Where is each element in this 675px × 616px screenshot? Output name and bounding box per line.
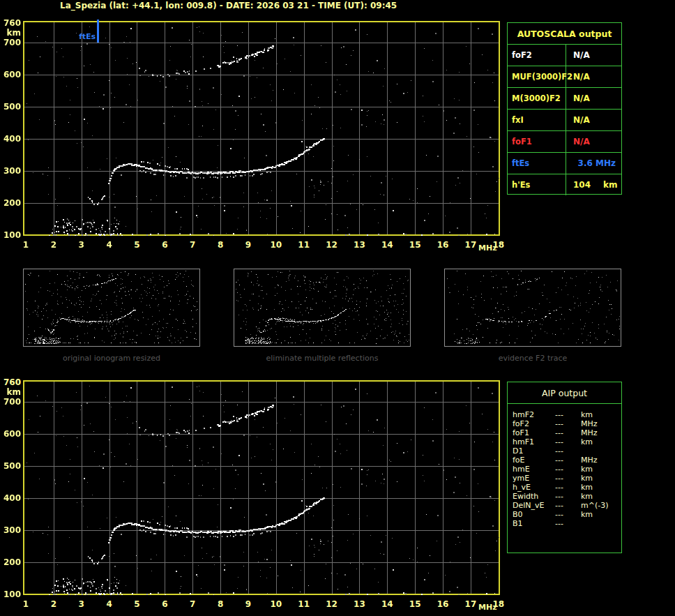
- autoscala-row-label: foF1: [508, 131, 566, 152]
- aip-parameter-name: ymE: [508, 474, 555, 483]
- page-title: La_Spezia (lat: +44.1, lon: 009.8) - DAT…: [60, 1, 397, 10]
- aip-parameter-value: ---: [555, 446, 581, 456]
- unit-label: km: [603, 180, 617, 190]
- aip-parameter-unit: m^(-3): [581, 501, 621, 510]
- aip-parameter-value: ---: [555, 419, 581, 428]
- autoscala-row-value: N/A: [566, 110, 621, 130]
- y-tick-label: 600: [0, 70, 21, 80]
- aip-parameter-name: DelN_vE: [508, 501, 555, 510]
- aip-parameter-value: ---: [555, 519, 581, 528]
- x-tick-label: 13: [350, 240, 368, 250]
- aip-parameter-name: foF2: [508, 419, 555, 428]
- aip-parameter-unit: MHz: [581, 428, 621, 437]
- autoscala-row-value: 104km: [566, 174, 621, 195]
- x-tick-label: 6: [156, 599, 174, 609]
- aip-parameter-name: hmF1: [508, 437, 555, 446]
- aip-parameter-value: ---: [555, 474, 581, 483]
- aip-row: h_vE---km: [508, 483, 621, 492]
- aip-parameter-name: foF1: [508, 428, 555, 437]
- aip-parameter-unit: MHz: [581, 419, 621, 428]
- y-tick-label: 200: [0, 557, 21, 567]
- autoscala-row-fof2: foF2 N/A: [508, 44, 621, 66]
- aip-row: hmF2---km: [508, 410, 621, 419]
- y-tick-label: 500: [0, 461, 21, 471]
- aip-row: hmF1---km: [508, 437, 621, 446]
- y-tick-label: 200: [0, 198, 21, 208]
- x-tick-label: 2: [45, 599, 63, 609]
- y-tick-label: 400: [0, 493, 21, 503]
- aip-table-header: AIP output: [508, 382, 621, 404]
- aip-parameter-unit: km: [581, 483, 621, 492]
- aip-row: B1---: [508, 519, 621, 528]
- aip-parameter-name: D1: [508, 446, 555, 456]
- x-tick-label: 6: [156, 240, 174, 250]
- autoscala-row-fxi: fxI N/A: [508, 109, 621, 130]
- autoscala-row-ftes: ftEs 3.6 MHz: [508, 152, 621, 174]
- autoscala-row-label: ftEs: [508, 153, 566, 174]
- aip-row: foE---MHz: [508, 456, 621, 465]
- x-tick-label: 9: [239, 599, 257, 609]
- aip-parameter-value: ---: [555, 410, 581, 419]
- x-tick-label: 17: [462, 240, 480, 250]
- x-tick-label: 16: [434, 599, 452, 609]
- aip-row: B0---km: [508, 510, 621, 519]
- x-tick-label: 10: [267, 240, 285, 250]
- aip-parameter-name: hmF2: [508, 410, 555, 419]
- autoscala-row-value: N/A: [566, 88, 621, 109]
- autoscala-row-hes: h'Es 104km: [508, 174, 621, 195]
- autoscala-row-label: fxI: [508, 110, 566, 130]
- x-tick-label: 13: [350, 599, 368, 609]
- aip-parameter-name: Ewidth: [508, 492, 555, 501]
- aip-parameter-value: ---: [555, 465, 581, 474]
- panel-eliminate-canvas: [234, 269, 410, 346]
- aip-parameter-name: foE: [508, 456, 555, 465]
- aip-parameter-unit: km: [581, 465, 621, 474]
- y-tick-label: km: [0, 387, 21, 397]
- aip-parameter-unit: MHz: [581, 456, 621, 465]
- autoscala-row-value: N/A: [566, 66, 621, 87]
- aip-parameter-value: ---: [555, 510, 581, 519]
- x-tick-label: 15: [406, 240, 424, 250]
- autoscala-row-value: N/A: [566, 45, 621, 66]
- aip-row: D1---: [508, 446, 621, 456]
- caption-original-ionogram: original ionogram resized: [23, 354, 200, 363]
- autoscala-row-label: foF2: [508, 45, 566, 66]
- aip-parameter-unit: km: [581, 437, 621, 446]
- autoscala-row-value: N/A: [566, 131, 621, 152]
- y-tick-label: 300: [0, 525, 21, 535]
- y-tick-label: 300: [0, 166, 21, 176]
- x-tick-label: 11: [295, 240, 313, 250]
- autoscala-row-label: h'Es: [508, 174, 566, 195]
- x-tick-label: 5: [128, 240, 146, 250]
- aip-parameter-unit: km: [581, 474, 621, 483]
- aip-parameter-name: B0: [508, 510, 555, 519]
- panel-evidence-f2: [444, 269, 621, 347]
- x-tick-label: 12: [323, 599, 341, 609]
- x-tick-label: 14: [378, 599, 396, 609]
- x-tick-label: 8: [211, 240, 229, 250]
- y-tick-label: 500: [0, 102, 21, 112]
- panel-evidence-canvas: [445, 269, 621, 346]
- panel-original-canvas: [24, 269, 199, 346]
- x-tick-label: 2: [45, 240, 63, 250]
- aip-parameter-value: ---: [555, 501, 581, 510]
- aip-row: Ewidth---km: [508, 492, 621, 501]
- autoscala-row-m3000f2: M(3000)F2 N/A: [508, 87, 621, 109]
- x-tick-label: 1: [17, 599, 35, 609]
- x-tick-label: 16: [434, 240, 452, 250]
- panel-eliminate-reflections: [234, 269, 411, 347]
- aip-parameter-unit: km: [581, 410, 621, 419]
- x-tick-label: 7: [183, 240, 202, 250]
- y-tick-label: 100: [0, 230, 21, 240]
- aip-parameter-value: ---: [555, 437, 581, 446]
- x-axis-unit-label: MHz: [478, 243, 497, 253]
- aip-parameter-value: ---: [555, 492, 581, 501]
- x-tick-label: 7: [183, 599, 202, 609]
- x-tick-label: 14: [378, 240, 396, 250]
- autoscala-table-header: AUTOSCALA output: [508, 23, 621, 44]
- autoscala-output-table: AUTOSCALA output foF2 N/A MUF(3000)F2 N/…: [507, 22, 622, 195]
- y-tick-label: 100: [0, 589, 21, 599]
- aip-row: DelN_vE---m^(-3): [508, 501, 621, 510]
- caption-eliminate-reflections: eliminate multiple reflections: [234, 354, 411, 363]
- aip-row: foF2---MHz: [508, 419, 621, 428]
